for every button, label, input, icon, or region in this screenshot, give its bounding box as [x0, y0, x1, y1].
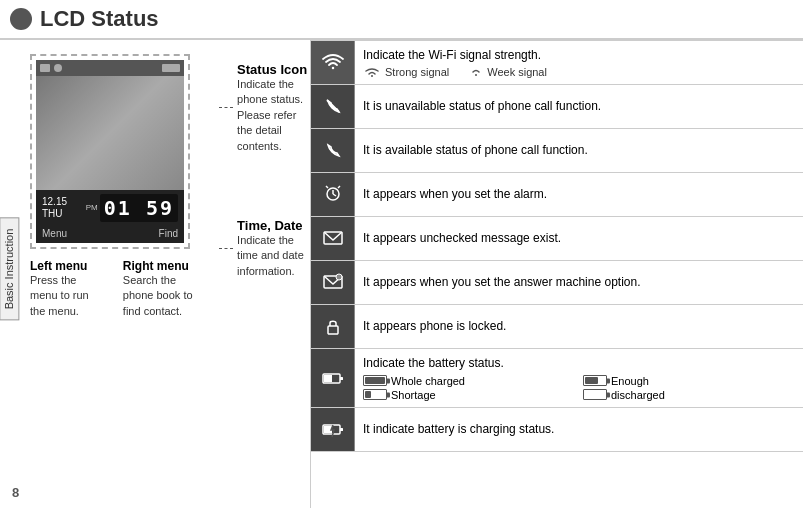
time-date-annotation: Time, Date Indicate the time and date in…	[219, 218, 310, 279]
discharged-label: discharged	[611, 389, 665, 401]
charging-text-cell: It indicate battery is charging status.	[355, 408, 803, 451]
phone-bottom-bar: 12.15 THU PM 01 59	[36, 190, 184, 226]
left-menu-body: Press the menu to run the menu.	[30, 273, 103, 319]
phone-time-display: PM 01 59	[86, 194, 178, 222]
svg-rect-12	[324, 375, 332, 382]
charging-icon	[320, 416, 346, 442]
wifi-sub-row: Strong signal Week signal	[363, 66, 795, 78]
left-menu-title: Left menu	[30, 259, 103, 273]
alarm-text: It appears when you set the alarm.	[363, 186, 795, 203]
time-digits: 01 59	[100, 194, 178, 222]
right-menu-caption: Right menu Search the phone book to find…	[123, 259, 209, 319]
enough-icon	[583, 375, 607, 386]
right-panel: Indicate the Wi-Fi signal strength. Stro…	[310, 40, 803, 508]
phone-date: 12.15 THU	[42, 196, 67, 220]
battery-sub-row: Whole charged Enough	[363, 375, 795, 401]
battery-text-cell: Indicate the battery status. Whole charg…	[355, 349, 803, 407]
right-menu-title: Right menu	[123, 259, 209, 273]
table-row: It is available status of phone call fun…	[311, 129, 803, 173]
shortage-item: Shortage	[363, 389, 575, 401]
phone-time-section: 12.15 THU	[42, 196, 67, 220]
call-unavailable-icon	[320, 93, 346, 119]
battery-icon	[320, 365, 346, 391]
left-menu-caption: Left menu Press the menu to run the menu…	[30, 259, 103, 319]
answer-machine-icon-cell	[311, 261, 355, 304]
sidebar-label: Basic Instruction	[0, 218, 19, 321]
time-date-annotation-body: Indicate the time and date information.	[237, 233, 310, 279]
weak-signal-group: Week signal	[469, 66, 547, 78]
alarm-icon	[320, 181, 346, 207]
lock-icon-cell	[311, 305, 355, 348]
shortage-icon	[363, 389, 387, 400]
lock-icon	[320, 313, 346, 339]
table-row: Indicate the Wi-Fi signal strength. Stro…	[311, 40, 803, 85]
discharged-item: discharged	[583, 389, 795, 401]
answer-machine-text-cell: It appears when you set the answer machi…	[355, 261, 803, 304]
wifi-status-indicator	[40, 64, 50, 72]
answer-machine-icon	[320, 269, 346, 295]
charging-text: It indicate battery is charging status.	[363, 421, 795, 438]
wifi-text-cell: Indicate the Wi-Fi signal strength. Stro…	[355, 41, 803, 84]
table-row: It is unavailable status of phone call f…	[311, 85, 803, 129]
menu-right-label: Find	[159, 228, 178, 239]
wifi-main-text: Indicate the Wi-Fi signal strength.	[363, 47, 795, 64]
weak-signal-icon	[469, 67, 483, 77]
lock-text-cell: It appears phone is locked.	[355, 305, 803, 348]
alarm-text-cell: It appears when you set the alarm.	[355, 173, 803, 216]
phone-nav-bar: Menu Find	[36, 226, 184, 243]
enough-label: Enough	[611, 375, 649, 387]
table-row: Indicate the battery status. Whole charg…	[311, 349, 803, 408]
call-available-text: It is available status of phone call fun…	[363, 142, 795, 159]
phone-screen	[36, 60, 184, 190]
page-number: 8	[12, 485, 19, 500]
battery-icon-cell	[311, 349, 355, 407]
page-header: LCD Status	[0, 0, 803, 40]
svg-line-0	[327, 100, 339, 112]
lock-text: It appears phone is locked.	[363, 318, 795, 335]
svg-rect-14	[340, 428, 343, 431]
weak-signal-label: Week signal	[487, 66, 547, 78]
time-date-annotation-title: Time, Date	[237, 218, 310, 233]
call-available-icon-cell	[311, 129, 355, 172]
left-panel: Basic Instruction	[0, 40, 310, 508]
table-row: It appears unchecked message exist.	[311, 217, 803, 261]
call-unavailable-text: It is unavailable status of phone call f…	[363, 98, 795, 115]
menu-left-label: Menu	[42, 228, 67, 239]
battery-status-indicator	[162, 64, 180, 72]
phone-device: 12.15 THU PM 01 59 Menu Find	[30, 54, 190, 249]
table-row: It appears when you set the answer machi…	[311, 261, 803, 305]
phone-wallpaper	[36, 76, 184, 190]
charging-icon-cell	[311, 408, 355, 451]
message-text-cell: It appears unchecked message exist.	[355, 217, 803, 260]
call-unavailable-icon-cell	[311, 85, 355, 128]
battery-main-text: Indicate the battery status.	[363, 355, 795, 372]
camera-status-indicator	[54, 64, 62, 72]
wifi-icon	[320, 49, 346, 75]
wifi-icon-cell	[311, 41, 355, 84]
status-icon-annotation-title: Status Icon	[237, 62, 310, 77]
svg-line-3	[333, 194, 336, 196]
message-text: It appears unchecked message exist.	[363, 230, 795, 247]
call-unavailable-text-cell: It is unavailable status of phone call f…	[355, 85, 803, 128]
strong-signal-group: Strong signal	[363, 66, 449, 78]
enough-item: Enough	[583, 375, 795, 387]
svg-rect-11	[340, 377, 343, 380]
table-row: It appears phone is locked.	[311, 305, 803, 349]
message-icon	[320, 225, 346, 251]
call-available-icon	[320, 137, 346, 163]
whole-charged-item: Whole charged	[363, 375, 575, 387]
svg-line-5	[338, 186, 340, 188]
connector-time	[219, 248, 234, 249]
strong-signal-label: Strong signal	[385, 66, 449, 78]
vertical-tab: Basic Instruction	[0, 90, 18, 448]
call-available-text-cell: It is available status of phone call fun…	[355, 129, 803, 172]
strong-signal-icon	[363, 66, 381, 78]
alarm-icon-cell	[311, 173, 355, 216]
table-row: It indicate battery is charging status.	[311, 408, 803, 452]
pm-label: PM	[86, 203, 98, 212]
page-title: LCD Status	[40, 6, 159, 32]
right-menu-body: Search the phone book to find contact.	[123, 273, 209, 319]
discharged-icon	[583, 389, 607, 400]
bottom-captions: Left menu Press the menu to run the menu…	[30, 255, 209, 319]
status-icon-annotation: Status Icon Indicate the phone status. P…	[219, 62, 310, 154]
